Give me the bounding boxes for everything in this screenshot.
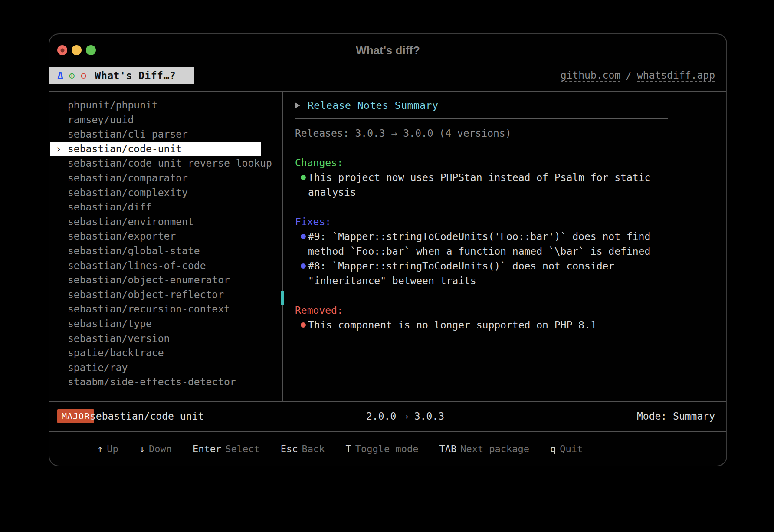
package-list-item[interactable]: sebastian/diff [50, 200, 261, 215]
package-name: sebastian/object-reflector [68, 289, 224, 300]
section-items: This component is no longer supported on… [295, 318, 712, 332]
package-name: staabm/side-effects-detector [68, 376, 236, 388]
release-section: Removed: This component is no longer sup… [295, 303, 712, 332]
bullet-icon [301, 175, 306, 180]
pane-arrow-icon [295, 102, 300, 108]
help-label: Back [302, 443, 325, 454]
help-key: q [550, 443, 556, 454]
package-name: sebastian/object-enumerator [68, 274, 230, 286]
release-note-line: "inheritance" between traits [295, 273, 712, 288]
help-bar: ↑ Up ↓ Down Enter Select Esc Back T Togg… [97, 432, 583, 466]
package-name: sebastian/type [68, 318, 152, 329]
release-note-line: #9: `Mapper::stringToCodeUnits('Foo::bar… [295, 229, 712, 244]
help-label: Quit [560, 443, 583, 454]
package-list-item[interactable]: sebastian/complexity [50, 186, 261, 200]
release-note-line: This component is no longer supported on… [295, 318, 712, 332]
release-section: Fixes: #9: `Mapper::stringToCodeUnits('F… [295, 214, 712, 288]
release-section: Changes: This project now uses PHPStan i… [295, 155, 712, 200]
help-item: ↓ Down [139, 443, 172, 454]
help-item: q Quit [550, 443, 583, 454]
package-list-item[interactable]: › sebastian/code-unit [50, 142, 261, 157]
package-list-item[interactable]: spatie/backtrace [50, 346, 261, 361]
package-name: phpunit/phpunit [68, 99, 158, 111]
selection-chevron-icon: › [56, 142, 62, 157]
package-name: spatie/ray [68, 362, 128, 373]
content-top-divider [49, 91, 726, 92]
release-note-line: analysis [295, 185, 712, 200]
section-heading: Changes: [295, 155, 712, 170]
package-list-item[interactable]: ramsey/uuid [50, 113, 261, 128]
help-key: TAB [439, 443, 456, 454]
website-link[interactable]: whatsdiff.app [637, 69, 715, 82]
package-name: sebastian/global-state [68, 245, 200, 256]
circled-minus-icon: ⊖ [81, 70, 87, 81]
package-list-item[interactable]: sebastian/object-reflector [50, 288, 261, 302]
help-item: Enter Select [193, 443, 260, 454]
help-key: ↑ [97, 443, 103, 454]
package-name: sebastian/recursion-context [68, 303, 230, 315]
app-window: What's diff? Δ ⊕ ⊖ What's Diff…? github.… [49, 33, 727, 466]
release-note-line: This project now uses PHPStan instead of… [295, 170, 712, 185]
package-list-item[interactable]: staabm/side-effects-detector [50, 375, 261, 390]
release-notes-pane: Release Notes Summary Releases: 3.0.3 → … [295, 98, 712, 332]
header-links: github.com / whatsdiff.app [561, 67, 715, 84]
package-list-item[interactable]: sebastian/global-state [50, 244, 261, 259]
section-items: This project now uses PHPStan instead of… [295, 170, 712, 200]
package-name: sebastian/exporter [68, 230, 176, 242]
help-item: TAB Next package [439, 443, 529, 454]
package-list-item[interactable]: sebastian/environment [50, 215, 261, 230]
status-mode: Mode: Summary [637, 410, 715, 422]
package-list-item[interactable]: sebastian/object-enumerator [50, 273, 261, 288]
package-list-item[interactable]: sebastian/cli-parser [50, 127, 261, 142]
help-item: Esc Back [281, 443, 325, 454]
package-name: sebastian/version [68, 333, 170, 344]
help-key: ↓ [139, 443, 145, 454]
package-list-item[interactable]: sebastian/lines-of-code [50, 259, 261, 273]
package-list-item[interactable]: sebastian/recursion-context [50, 302, 261, 317]
window-title: What's diff? [49, 44, 726, 57]
package-list-item[interactable]: phpunit/phpunit [50, 98, 261, 113]
section-heading: Removed: [295, 303, 712, 318]
package-list-item[interactable]: sebastian/exporter [50, 229, 261, 244]
help-label: Down [149, 443, 172, 454]
package-list-item[interactable]: sebastian/version [50, 332, 261, 346]
github-link[interactable]: github.com [561, 69, 620, 82]
package-name: sebastian/complexity [68, 187, 188, 198]
screen: What's diff? Δ ⊕ ⊖ What's Diff…? github.… [0, 0, 774, 532]
package-name: sebastian/lines-of-code [68, 260, 206, 271]
pane-title: Release Notes Summary [308, 100, 438, 111]
pane-title-rule [295, 118, 668, 119]
help-item: T Toggle mode [345, 443, 418, 454]
package-name: sebastian/diff [68, 201, 152, 213]
help-label: Up [107, 443, 118, 454]
pane-title-row: Release Notes Summary [295, 98, 712, 113]
package-name: sebastian/cli-parser [68, 128, 188, 140]
package-list-item[interactable]: sebastian/type [50, 317, 261, 332]
bullet-icon [301, 234, 306, 239]
status-package-name: sebastian/code-unit [90, 410, 204, 422]
releases-summary: Releases: 3.0.3 → 3.0.0 (4 versions) [295, 126, 712, 141]
circled-plus-icon: ⊕ [69, 70, 75, 81]
package-name: sebastian/code-unit-reverse-lookup [68, 158, 272, 169]
app-name: What's Diff…? [95, 70, 176, 81]
package-name: ramsey/uuid [68, 114, 134, 125]
severity-badge: MAJOR [57, 409, 94, 423]
delta-icon: Δ [57, 70, 63, 81]
package-name: sebastian/environment [68, 216, 194, 227]
help-key: Esc [281, 443, 298, 454]
package-list-item[interactable]: sebastian/comparator [50, 171, 261, 186]
section-items: #9: `Mapper::stringToCodeUnits('Foo::bar… [295, 229, 712, 288]
help-label: Next package [460, 443, 529, 454]
package-list-item[interactable]: sebastian/code-unit-reverse-lookup [50, 156, 261, 171]
package-name: spatie/backtrace [68, 347, 164, 358]
package-list-item[interactable]: spatie/ray [50, 361, 261, 375]
panel-separator [282, 91, 283, 401]
package-list: phpunit/phpunit ramsey/uuid sebastian/cl… [50, 98, 282, 390]
help-label: Toggle mode [355, 443, 419, 454]
package-name: sebastian/comparator [68, 172, 188, 184]
help-item: ↑ Up [97, 443, 118, 454]
bullet-icon [301, 322, 306, 328]
help-key: T [345, 443, 351, 454]
bullet-icon [301, 263, 306, 269]
help-key: Enter [193, 443, 221, 454]
